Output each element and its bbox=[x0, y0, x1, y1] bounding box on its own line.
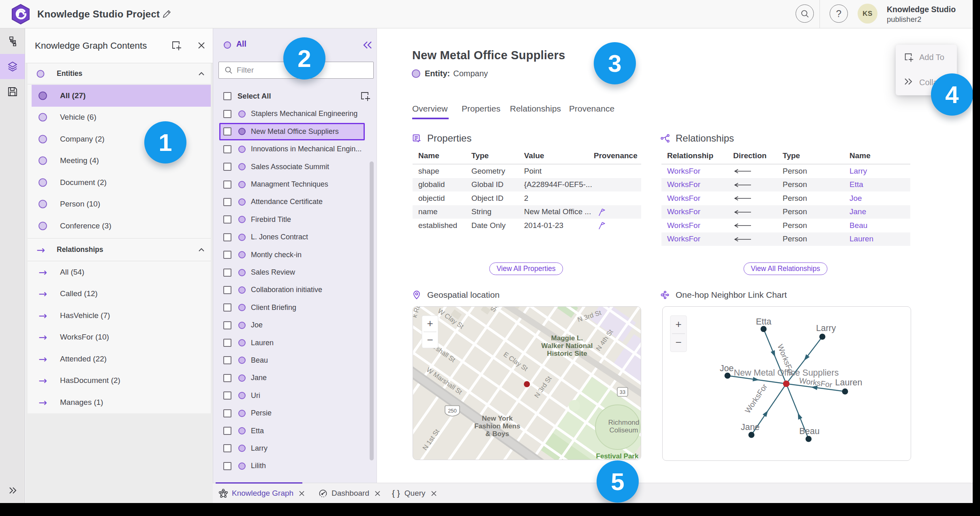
entity-list-item[interactable]: Client Briefing bbox=[213, 299, 377, 316]
entity-list-item[interactable]: L. Jones Contract bbox=[213, 228, 377, 246]
user-block[interactable]: Knowledge Studio publisher2 bbox=[887, 5, 956, 24]
edit-title-icon[interactable] bbox=[162, 9, 172, 19]
property-row[interactable]: globalid Global ID {A228944F-0EF5-... bbox=[413, 178, 641, 192]
relationship-row[interactable]: WorksFor Person Joe bbox=[661, 191, 910, 205]
relationship-link[interactable]: WorksFor bbox=[667, 191, 700, 205]
relationship-type-item[interactable]: → All (54) bbox=[28, 261, 211, 283]
entity-list-item[interactable]: Sales Review bbox=[213, 264, 377, 281]
user-avatar[interactable]: KS bbox=[858, 4, 877, 24]
relationship-type-item[interactable]: → Manages (1) bbox=[28, 391, 211, 413]
entity-type-item[interactable]: → Conference (3) bbox=[28, 215, 211, 237]
relationship-name-link[interactable]: Beau bbox=[849, 219, 867, 232]
provenance-flag-icon[interactable] bbox=[597, 207, 607, 217]
entity-list-item[interactable]: Firebird Title bbox=[213, 211, 377, 228]
entity-list-item[interactable]: Lauren bbox=[213, 334, 377, 351]
tab-relationships[interactable]: Relationships bbox=[510, 104, 561, 114]
relationship-type-item[interactable]: → WorksFor (10) bbox=[28, 327, 211, 348]
close-tab-icon[interactable] bbox=[298, 490, 305, 497]
relationship-type-item[interactable]: → HasVehicle (7) bbox=[28, 305, 211, 327]
entity-list-item[interactable]: Collaboration initiative bbox=[213, 281, 377, 299]
menu-item-add-to[interactable]: Add To bbox=[896, 49, 957, 65]
entity-type-item[interactable]: → All (27) bbox=[28, 85, 211, 107]
zoom-out-button[interactable]: − bbox=[675, 336, 681, 348]
relationship-row[interactable]: WorksFor Person Jane bbox=[661, 205, 910, 219]
relationships-section-header[interactable]: → Relationships bbox=[28, 238, 211, 261]
relationship-link[interactable]: WorksFor bbox=[667, 219, 700, 232]
tab-provenance[interactable]: Provenance bbox=[569, 104, 614, 114]
close-panel-icon[interactable] bbox=[196, 40, 207, 51]
entity-list-item[interactable]: Sales Associate Summit bbox=[213, 158, 377, 175]
item-checkbox[interactable] bbox=[223, 269, 231, 277]
entity-type-item[interactable]: → Document (2) bbox=[28, 172, 211, 194]
add-to-new-icon[interactable] bbox=[359, 90, 371, 102]
relationship-name-link[interactable]: Larry bbox=[849, 164, 867, 178]
relationship-type-item[interactable]: → HasDocument (2) bbox=[28, 370, 211, 392]
item-checkbox[interactable] bbox=[223, 198, 231, 206]
property-row[interactable]: objectid Object ID 2 bbox=[413, 191, 641, 205]
relationship-name-link[interactable]: Etta bbox=[849, 178, 863, 192]
item-checkbox[interactable] bbox=[223, 145, 231, 153]
provenance-flag-icon[interactable] bbox=[597, 221, 607, 230]
tab-overview[interactable]: Overview bbox=[412, 104, 448, 114]
map[interactable]: 250 33 W Clay St E Clay St arshall St W … bbox=[413, 306, 641, 460]
property-row[interactable]: established Date Only 2014-01-23 bbox=[413, 219, 641, 232]
chevron-up-icon[interactable] bbox=[197, 70, 205, 78]
help-button[interactable]: ? bbox=[830, 4, 848, 23]
item-checkbox[interactable] bbox=[223, 181, 231, 189]
relationship-link[interactable]: WorksFor bbox=[667, 164, 700, 178]
entity-type-item[interactable]: → Vehicle (6) bbox=[28, 107, 211, 129]
item-checkbox[interactable] bbox=[223, 462, 231, 470]
tab-knowledge-graph[interactable]: Knowledge Graph bbox=[218, 483, 305, 503]
property-row[interactable]: shape Geometry Point bbox=[413, 164, 641, 178]
entity-list-item[interactable]: Jane bbox=[213, 369, 377, 387]
entity-list-item[interactable]: Staplers Mechanical Engineering bbox=[213, 105, 377, 123]
entity-list-item[interactable]: Etta bbox=[213, 422, 377, 439]
item-checkbox[interactable] bbox=[223, 233, 231, 241]
entity-list-item[interactable]: Managment Techniques bbox=[213, 176, 377, 193]
entity-list-item[interactable]: Uri bbox=[213, 387, 377, 404]
view-all-properties-button[interactable]: View All Properties bbox=[489, 262, 563, 275]
item-checkbox[interactable] bbox=[223, 251, 231, 259]
entities-section-header[interactable]: Entities bbox=[28, 63, 211, 84]
entity-list-item[interactable]: Persie bbox=[213, 404, 377, 422]
property-row[interactable]: name String New Metal Office ... bbox=[413, 205, 641, 219]
linkchart-zoom-control[interactable]: + − bbox=[670, 316, 687, 352]
rail-item-schema[interactable] bbox=[0, 29, 25, 54]
add-to-new-icon[interactable] bbox=[171, 40, 182, 51]
zoom-in-button[interactable]: + bbox=[427, 317, 433, 329]
entity-list-item[interactable]: Joe bbox=[213, 316, 377, 334]
relationship-link[interactable]: WorksFor bbox=[667, 178, 700, 192]
entity-list-item[interactable]: Beau bbox=[213, 352, 377, 369]
item-checkbox[interactable] bbox=[223, 391, 231, 400]
zoom-in-button[interactable]: + bbox=[675, 318, 681, 330]
link-chart[interactable]: WorksFor WorksFor WorksFor Etta Larry Jo… bbox=[662, 306, 911, 461]
item-checkbox[interactable] bbox=[223, 427, 231, 435]
item-checkbox[interactable] bbox=[223, 286, 231, 294]
entity-list-item[interactable]: Lilith bbox=[213, 457, 377, 475]
map-zoom-control[interactable]: + − bbox=[422, 316, 438, 348]
tab-properties[interactable]: Properties bbox=[462, 104, 501, 114]
item-checkbox[interactable] bbox=[223, 110, 231, 118]
expand-rail-button[interactable] bbox=[0, 480, 25, 501]
item-checkbox[interactable] bbox=[223, 303, 231, 312]
close-tab-icon[interactable] bbox=[430, 490, 437, 497]
entity-type-item[interactable]: → Person (10) bbox=[28, 194, 211, 215]
entity-list-item[interactable]: Larry bbox=[213, 440, 377, 457]
item-checkbox[interactable] bbox=[223, 127, 231, 135]
item-checkbox[interactable] bbox=[223, 444, 231, 452]
item-checkbox[interactable] bbox=[223, 163, 231, 171]
entity-list-item[interactable]: Innovations in Mechanical Engin... bbox=[213, 140, 377, 158]
entity-list-item[interactable]: Attendance Certificate bbox=[213, 193, 377, 211]
scrollbar-thumb[interactable] bbox=[370, 161, 374, 460]
rail-item-layers[interactable] bbox=[0, 54, 25, 79]
tab-query[interactable]: { } Query bbox=[392, 483, 437, 503]
relationship-row[interactable]: WorksFor Person Beau bbox=[661, 219, 910, 232]
entity-list-item[interactable]: Montly check-in bbox=[213, 246, 377, 263]
relationship-row[interactable]: WorksFor Person Larry bbox=[661, 164, 910, 178]
entity-list-item[interactable]: New Metal Office Suppliers bbox=[213, 123, 377, 140]
tab-dashboard[interactable]: Dashboard bbox=[318, 483, 381, 503]
relationship-name-link[interactable]: Jane bbox=[849, 205, 866, 219]
app-logo-icon[interactable] bbox=[11, 4, 30, 24]
item-checkbox[interactable] bbox=[223, 215, 231, 224]
relationship-row[interactable]: WorksFor Person Etta bbox=[661, 178, 910, 192]
